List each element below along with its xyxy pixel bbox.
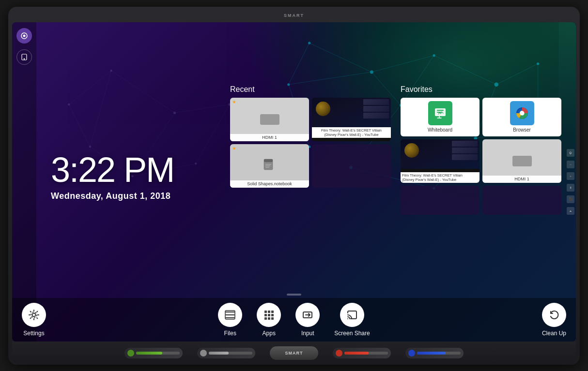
cast-icon [346, 309, 358, 321]
files-label: Files [224, 330, 236, 337]
panel-input[interactable]: ⬛ [567, 195, 574, 203]
slider-dot-gray [200, 350, 207, 356]
slider-track-red [344, 352, 388, 355]
time-display: 3:22 PM Wednesday, August 1, 2018 [51, 152, 174, 201]
slider-track-green [136, 352, 180, 355]
fav-browser[interactable]: Browser [482, 98, 561, 136]
home-icon [20, 32, 28, 40]
slider-fill-green [136, 352, 162, 355]
settings-label: Settings [23, 330, 44, 337]
recent-title: Recent [230, 85, 391, 94]
svg-rect-71 [271, 317, 274, 320]
hdmi1-fav-label: HDMI 1 [482, 176, 561, 183]
svg-line-37 [69, 71, 111, 104]
smart-center-button[interactable]: SMART [270, 346, 318, 360]
svg-line-33 [90, 71, 111, 147]
recent-grid: ★ HDMI 1 [230, 98, 391, 188]
apps-icon [263, 309, 275, 321]
browser-icon [515, 106, 529, 120]
files-button[interactable]: Files [218, 303, 242, 337]
slider-green[interactable] [124, 348, 183, 358]
panel-power[interactable]: ⏻ [567, 149, 574, 157]
cleanup-button[interactable]: Clean Up [542, 303, 566, 337]
tablet-button[interactable] [16, 49, 32, 65]
panel-usb[interactable]: ⏶ [567, 207, 574, 215]
svg-point-21 [537, 62, 539, 65]
svg-rect-51 [264, 159, 273, 162]
cleanup-label: Clean Up [542, 330, 566, 337]
svg-point-47 [23, 34, 26, 37]
slider-red[interactable] [333, 348, 391, 358]
tablet-icon [21, 54, 28, 60]
slider-fill-blue [417, 352, 446, 355]
panel-vol-down[interactable]: – [567, 161, 574, 168]
browser-icon-bg [510, 101, 534, 125]
svg-rect-67 [268, 314, 270, 316]
input-icon [302, 309, 313, 321]
svg-line-30 [111, 71, 175, 113]
svg-rect-63 [264, 311, 267, 313]
svg-line-35 [196, 104, 230, 163]
svg-rect-54 [265, 167, 269, 168]
center-toolbar-group: Files [218, 303, 370, 337]
whiteboard-icon-bg [428, 101, 452, 125]
svg-rect-64 [268, 311, 270, 313]
svg-rect-65 [271, 311, 274, 313]
input-button[interactable]: Input [295, 303, 320, 337]
fav-empty1[interactable] [401, 186, 480, 215]
panel-pause[interactable]: ⏸ [567, 184, 574, 192]
apps-button[interactable]: Apps [257, 303, 281, 337]
svg-line-38 [69, 104, 90, 146]
right-panel: ⏻ – + ⏸ ⬛ ⏶ [565, 149, 576, 215]
svg-line-34 [175, 104, 230, 112]
top-bar: SMART [12, 11, 576, 20]
browser-fav-label: Browser [513, 127, 531, 133]
monitor-outer: SMART [8, 7, 580, 365]
shapes-label: Solid Shapes.notebook [230, 180, 309, 188]
svg-point-42 [89, 146, 91, 148]
slider-dot-green [127, 350, 134, 356]
settings-button[interactable]: Settings [22, 303, 46, 337]
settings-icon-circle [22, 303, 46, 327]
screenshare-label: Screen Share [334, 330, 370, 337]
scroll-indicator [287, 294, 301, 296]
svg-point-40 [173, 111, 176, 114]
clock-date: Wednesday, August 1, 2018 [51, 191, 174, 201]
recent-panel: Recent ★ HDMI 1 [230, 85, 391, 215]
file-icon [262, 158, 278, 174]
input-label: Input [301, 330, 314, 337]
screen: ⏻ – + ⏸ ⬛ ⏶ 3:22 PM Wednesday, August 1,… [12, 22, 576, 341]
favorites-grid: Whiteboard [401, 98, 561, 215]
hdmi-shape [260, 114, 279, 125]
recent-shapes[interactable]: ★ Solid Shapes.notebook [230, 144, 309, 188]
svg-point-59 [520, 111, 524, 116]
screenshare-icon-circle [340, 303, 364, 327]
screenshare-button[interactable]: Screen Share [334, 303, 370, 337]
home-button[interactable] [16, 28, 32, 44]
whiteboard-icon [433, 106, 447, 120]
recent-empty[interactable] [312, 144, 391, 188]
hdmi-fav-shape [512, 156, 532, 166]
panel-vol-up[interactable]: + [567, 172, 574, 180]
slider-fill-red [344, 352, 369, 355]
recent-youtube[interactable]: Film Theory: Wall-E's SECRET Villain(Dis… [312, 98, 391, 141]
favorites-title: Favorites [401, 85, 561, 94]
svg-point-49 [24, 59, 25, 59]
svg-point-18 [370, 70, 373, 74]
fav-youtube[interactable]: Film Theory: Wall-E's SECRET Villain(Dis… [401, 139, 480, 183]
fav-hdmi1[interactable]: HDMI 1 [482, 139, 561, 183]
recent-hdmi1[interactable]: ★ HDMI 1 [230, 98, 309, 141]
slider-gray[interactable] [197, 348, 255, 358]
svg-rect-69 [264, 317, 267, 320]
cleanup-icon-circle [542, 303, 566, 327]
svg-rect-70 [268, 317, 270, 320]
apps-icon-circle [257, 303, 281, 327]
apps-label: Apps [263, 330, 276, 337]
svg-point-44 [195, 162, 197, 164]
svg-point-17 [309, 42, 311, 44]
slider-blue[interactable] [405, 348, 464, 358]
fav-whiteboard[interactable]: Whiteboard [401, 98, 480, 136]
gear-icon [28, 309, 40, 321]
fav-empty2[interactable] [482, 186, 561, 215]
svg-rect-53 [265, 165, 270, 166]
